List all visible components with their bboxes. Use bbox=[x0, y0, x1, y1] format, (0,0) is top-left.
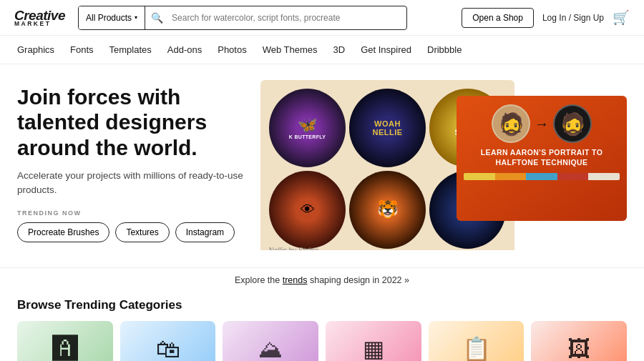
sticker-woah-nellie: WOAHNELLIE bbox=[349, 89, 426, 167]
nav-item-graphics[interactable]: Graphics bbox=[17, 44, 54, 55]
explore-trends-bar: Explore the trends shaping design in 202… bbox=[0, 267, 644, 290]
open-shop-button[interactable]: Open a Shop bbox=[462, 8, 534, 28]
category-card-templates[interactable]: 🛍 bbox=[120, 321, 216, 361]
logo[interactable]: Creative MARKET bbox=[14, 9, 65, 27]
tag-instagram[interactable]: Instagram bbox=[175, 222, 235, 242]
category-card-graphics[interactable]: 🅰 bbox=[17, 321, 113, 361]
browse-section: Browse Trending Categories 🅰 🛍 ⛰ ▦ 📋 🖼 bbox=[0, 290, 644, 361]
main-image-caption: Nellie by Stoble bbox=[269, 247, 318, 250]
sticker-tiger: 🐯 bbox=[349, 171, 426, 249]
login-signup-link[interactable]: Log In / Sign Up bbox=[542, 13, 604, 23]
nav-item-addons[interactable]: Add-ons bbox=[167, 44, 202, 55]
tag-textures[interactable]: Textures bbox=[115, 222, 169, 242]
graphics-category-icon: 🅰 bbox=[52, 334, 78, 361]
search-bar: All Products ▾ 🔍 bbox=[78, 6, 407, 30]
all-products-label: All Products bbox=[86, 13, 132, 23]
trending-tags: Procreate Brushes Textures Instagram bbox=[17, 222, 246, 242]
trends-link[interactable]: trends bbox=[283, 275, 308, 285]
trending-label: TRENDING NOW bbox=[17, 209, 246, 217]
tag-procreate-brushes[interactable]: Procreate Brushes bbox=[17, 222, 109, 242]
all-products-button[interactable]: All Products ▾ bbox=[79, 6, 145, 29]
header: Creative MARKET All Products ▾ 🔍 Open a … bbox=[0, 0, 644, 36]
portrait-after: 🧔 bbox=[553, 104, 592, 143]
templates-category-icon: 🛍 bbox=[156, 335, 180, 362]
hero-images: 🦋 K BUTTERFLY WOAHNELLIE Sunshine 👁 🐯 🌸 bbox=[260, 80, 627, 250]
color-bar-cream bbox=[588, 173, 620, 180]
explore-suffix: shaping design in 2022 » bbox=[310, 275, 409, 285]
color-bar-yellow bbox=[464, 173, 495, 180]
color-bar-red bbox=[557, 173, 589, 180]
arrow-right-icon: → bbox=[535, 116, 549, 132]
browse-title: Browse Trending Categories bbox=[17, 298, 627, 312]
nav-item-templates[interactable]: Templates bbox=[109, 44, 152, 55]
secondary-title: LEARN AARON'S PORTRAIT TO HALFTONE TECHN… bbox=[464, 147, 620, 167]
sticker-eye: 👁 bbox=[269, 171, 346, 249]
nav-item-webthemes[interactable]: Web Themes bbox=[263, 44, 318, 55]
explore-text: Explore the bbox=[235, 275, 280, 285]
categories-grid: 🅰 🛍 ⛰ ▦ 📋 🖼 bbox=[17, 321, 627, 361]
addons-category-icon: ▦ bbox=[363, 335, 384, 361]
hero-title: Join forces with talented designers arou… bbox=[17, 84, 246, 160]
nav-item-3d[interactable]: 3D bbox=[333, 44, 346, 55]
chevron-down-icon: ▾ bbox=[135, 14, 137, 21]
category-card-addons[interactable]: ▦ bbox=[326, 321, 421, 361]
category-card-fonts[interactable]: ⛰ bbox=[223, 321, 318, 361]
color-bar-blue bbox=[526, 173, 557, 180]
sticker-butterfly: 🦋 K BUTTERFLY bbox=[269, 89, 346, 167]
webthemes-category-icon: 🖼 bbox=[567, 336, 590, 362]
navigation: Graphics Fonts Templates Add-ons Photos … bbox=[0, 36, 644, 64]
cart-icon[interactable]: 🛒 bbox=[613, 9, 630, 26]
portrait-before: 🧔 bbox=[492, 104, 530, 143]
search-input[interactable] bbox=[169, 6, 406, 29]
category-card-webthemes[interactable]: 🖼 bbox=[531, 321, 627, 361]
hero-text: Join forces with talented designers arou… bbox=[17, 80, 246, 250]
category-card-photos[interactable]: 📋 bbox=[429, 321, 525, 361]
hero-subtitle: Accelerate your projects with millions o… bbox=[17, 169, 246, 198]
fonts-category-icon: ⛰ bbox=[258, 335, 283, 362]
hero-section: Join forces with talented designers arou… bbox=[0, 64, 644, 250]
photos-category-icon: 📋 bbox=[462, 335, 491, 361]
nav-item-fonts[interactable]: Fonts bbox=[70, 44, 94, 55]
nav-item-dribbble[interactable]: Dribbble bbox=[427, 44, 462, 55]
color-bar-orange bbox=[495, 173, 527, 180]
logo-market: MARKET bbox=[14, 21, 65, 27]
nav-item-inspired[interactable]: Get Inspired bbox=[361, 44, 411, 55]
secondary-product-image[interactable]: 🧔 → 🧔 LEARN AARON'S PORTRAIT TO HALFTONE… bbox=[457, 96, 627, 221]
search-icon: 🔍 bbox=[145, 12, 169, 24]
header-right: Open a Shop Log In / Sign Up 🛒 bbox=[462, 8, 630, 28]
nav-item-photos[interactable]: Photos bbox=[218, 44, 246, 55]
